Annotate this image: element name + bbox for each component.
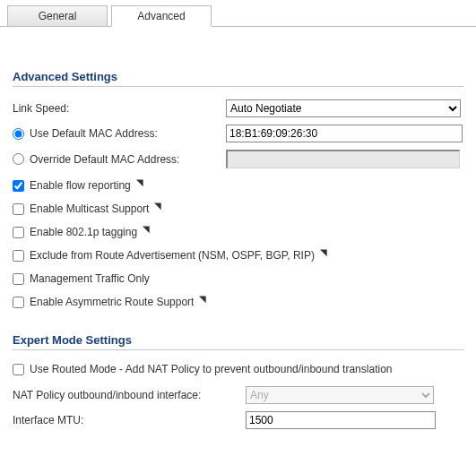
section-title-expert: Expert Mode Settings (13, 333, 463, 350)
enable-8021p-checkbox[interactable] (13, 227, 24, 238)
enable-multicast-checkbox[interactable] (13, 203, 24, 215)
exclude-route-adv-checkbox[interactable] (13, 250, 24, 262)
use-routed-mode-label: Use Routed Mode - Add NAT Policy to prev… (30, 363, 392, 375)
nat-policy-label: NAT Policy outbound/inbound interface: (13, 389, 246, 401)
enable-flow-reporting-label: Enable flow reporting (30, 179, 131, 192)
mgmt-traffic-only-checkbox[interactable] (13, 273, 24, 285)
interface-mtu-label: Interface MTU: (13, 414, 246, 426)
tab-advanced[interactable]: Advanced (111, 5, 212, 27)
caret-icon: ◥ (199, 294, 206, 304)
link-speed-label: Link Speed: (13, 102, 226, 115)
link-speed-select[interactable]: Auto Negotiate (226, 99, 461, 117)
row-flow-reporting: Enable flow reporting ◥ (13, 179, 463, 192)
row-multicast: Enable Multicast Support ◥ (13, 202, 463, 215)
row-default-mac: Use Default MAC Address: (13, 125, 463, 142)
enable-flow-reporting-checkbox[interactable] (13, 180, 24, 192)
row-mgmt-only: Management Traffic Only (13, 272, 463, 285)
nat-policy-select: Any (246, 386, 434, 404)
use-default-mac-label: Use Default MAC Address: (30, 127, 158, 140)
row-link-speed: Link Speed: Auto Negotiate (13, 99, 463, 117)
override-mac-field (226, 150, 460, 168)
override-mac-radio[interactable] (13, 153, 24, 165)
row-exclude-route: Exclude from Route Advertisement (NSM, O… (13, 249, 463, 262)
row-asym-route: Enable Asymmetric Route Support ◥ (13, 296, 463, 308)
caret-icon: ◥ (320, 247, 327, 257)
row-override-mac: Override Default MAC Address: (13, 150, 463, 168)
default-mac-field[interactable] (226, 125, 463, 142)
section-title-advanced: Advanced Settings (13, 70, 463, 87)
row-routed-mode: Use Routed Mode - Add NAT Policy to prev… (13, 363, 463, 375)
caret-icon: ◥ (136, 177, 143, 187)
enable-8021p-label: Enable 802.1p tagging (30, 226, 137, 238)
mgmt-traffic-only-label: Management Traffic Only (30, 272, 150, 285)
tab-general[interactable]: General (7, 5, 108, 27)
use-default-mac-radio[interactable] (13, 128, 24, 140)
caret-icon: ◥ (154, 201, 161, 211)
panel: Advanced Settings Link Speed: Auto Negot… (0, 27, 476, 445)
use-routed-mode-checkbox[interactable] (13, 364, 24, 375)
row-interface-mtu: Interface MTU: (13, 411, 463, 429)
asym-route-checkbox[interactable] (13, 297, 24, 308)
row-nat-policy: NAT Policy outbound/inbound interface: A… (13, 386, 463, 404)
enable-multicast-label: Enable Multicast Support (30, 202, 149, 215)
override-mac-label: Override Default MAC Address: (30, 153, 179, 166)
exclude-route-adv-label: Exclude from Route Advertisement (NSM, O… (30, 249, 315, 262)
interface-mtu-field[interactable] (246, 411, 436, 429)
row-8021p: Enable 802.1p tagging ◥ (13, 226, 463, 238)
asym-route-label: Enable Asymmetric Route Support (30, 296, 194, 308)
tab-bar: General Advanced (7, 5, 476, 27)
caret-icon: ◥ (143, 224, 150, 234)
